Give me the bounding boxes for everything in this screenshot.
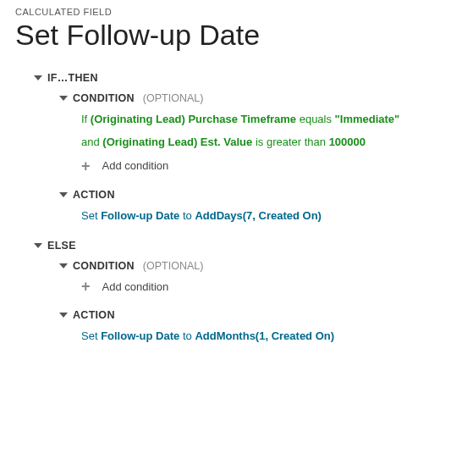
action-function: AddDays(7, Created On) [195,209,322,222]
and-keyword: and [81,136,102,148]
chevron-down-icon [59,313,68,318]
set-keyword: Set [81,209,101,222]
to-keyword: to [179,329,195,342]
else-condition-block: CONDITION (OPTIONAL) + Add condition [15,260,436,294]
action-label: ACTION [73,189,115,201]
condition-value: "Immediate" [335,113,400,125]
to-keyword: to [179,209,195,222]
condition-value: 100000 [329,136,366,148]
condition-field: (Originating Lead) Purchase Timeframe [91,113,296,125]
condition-operator: is greater than [252,136,328,148]
action-field: Follow-up Date [101,329,179,342]
else-label: ELSE [47,240,76,252]
condition-label: CONDITION [73,260,135,272]
action-field: Follow-up Date [101,209,179,222]
else-header[interactable]: ELSE [15,240,436,252]
add-condition-button[interactable]: + Add condition [15,158,436,174]
if-condition-block: CONDITION (OPTIONAL) If (Originating Lea… [15,92,436,174]
else-condition-header[interactable]: CONDITION (OPTIONAL) [15,260,436,272]
optional-label: (OPTIONAL) [143,260,204,272]
chevron-down-icon [59,96,68,101]
plus-icon: + [81,279,91,294]
action-line[interactable]: Set Follow-up Date to AddDays(7, Created… [15,208,436,225]
chevron-down-icon [59,192,68,197]
action-label: ACTION [73,309,115,321]
condition-line-1[interactable]: If (Originating Lead) Purchase Timeframe… [15,111,436,129]
chevron-down-icon [34,75,42,80]
breadcrumb: CALCULATED FIELD [15,7,436,17]
else-action-header[interactable]: ACTION [15,309,436,321]
if-then-header[interactable]: IF…THEN [15,72,436,84]
if-then-section: IF…THEN CONDITION (OPTIONAL) If (Origina… [15,72,436,224]
page-title: Set Follow-up Date [15,19,436,52]
add-condition-label: Add condition [102,159,169,172]
condition-field: (Originating Lead) Est. Value [102,136,252,148]
if-then-label: IF…THEN [47,72,98,84]
optional-label: (OPTIONAL) [143,92,204,104]
if-action-header[interactable]: ACTION [15,189,436,201]
if-keyword: If [81,113,91,125]
plus-icon: + [81,158,91,174]
set-keyword: Set [81,329,101,342]
action-function: AddMonths(1, Created On) [195,329,334,342]
condition-line-2[interactable]: and (Originating Lead) Est. Value is gre… [15,134,436,152]
chevron-down-icon [34,243,42,248]
if-condition-header[interactable]: CONDITION (OPTIONAL) [15,92,436,104]
else-section: ELSE CONDITION (OPTIONAL) + Add conditio… [15,240,436,346]
condition-operator: equals [296,113,335,125]
action-line[interactable]: Set Follow-up Date to AddMonths(1, Creat… [15,328,436,346]
else-action-block: ACTION Set Follow-up Date to AddMonths(1… [15,309,436,346]
chevron-down-icon [59,263,68,268]
add-condition-label: Add condition [102,280,169,293]
condition-label: CONDITION [73,92,135,104]
add-condition-button[interactable]: + Add condition [15,279,436,294]
if-action-block: ACTION Set Follow-up Date to AddDays(7, … [15,189,436,225]
